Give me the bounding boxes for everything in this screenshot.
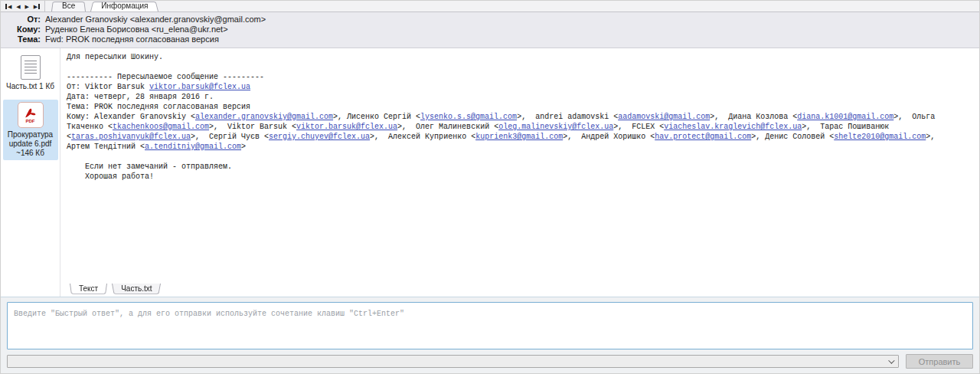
- viewer-tab-text-label: Текст: [79, 284, 98, 293]
- reply-options-dropdown[interactable]: [7, 355, 899, 368]
- attachment-txt-label: Часть.txt 1 Кб: [5, 82, 57, 91]
- message-line: Тема: PROK последняя согласованая версия: [67, 102, 975, 112]
- subject-value: Fwd: PROK последняя согласованая версия: [45, 34, 219, 44]
- message-line: Дата: четверг, 28 января 2016 г.: [67, 92, 975, 102]
- message-text: >: [241, 143, 246, 151]
- email-link[interactable]: a.tenditniy@gmail.com: [145, 143, 241, 151]
- email-link[interactable]: diana.k1001@gmail.com: [797, 113, 893, 121]
- message-text: Кому: Alexander Granovskiy <: [67, 113, 195, 121]
- bar-glyph: [5, 4, 7, 9]
- message-text: >, Ольга: [893, 113, 935, 121]
- reply-footer-row: Отправить: [7, 349, 973, 369]
- email-link[interactable]: taras.poshivanyuk@fclex.ua: [71, 133, 191, 141]
- message-line: От: Viktor Barsuk viktor.barsuk@fclex.ua: [67, 82, 975, 92]
- email-link[interactable]: lysenko.s.s@gmail.com: [420, 113, 517, 121]
- message-line: Ткаченко <tkachenkoos@gmail.com>, Viktor…: [67, 122, 975, 132]
- message-line: [67, 62, 975, 72]
- email-link[interactable]: viktor.barsuk@fclex.ua: [149, 83, 250, 91]
- message-line: Для пересылки Шокину.: [67, 52, 975, 62]
- message-text: >, Лисенко Сергій <: [333, 113, 420, 121]
- last-message-icon[interactable]: ▶: [34, 4, 40, 9]
- to-value: Руденко Елена Борисовна <ru_elena@ukr.ne…: [45, 25, 228, 34]
- viewer-tabstrip: Текст Часть.txt: [60, 284, 979, 297]
- previous-message-icon[interactable]: ◀: [16, 4, 20, 9]
- email-link[interactable]: aadamovski@gmail.com: [618, 113, 710, 121]
- message-header-block: От: Alexander Granovskiy <alexander.gran…: [1, 12, 979, 48]
- email-link[interactable]: hav.protect@gmail.com: [655, 133, 751, 141]
- tab-information-label: Информация: [101, 2, 148, 10]
- email-link[interactable]: kuprienk3@gmail.com: [475, 133, 563, 141]
- message-line: Кому: Alexander Granovskiy <alexander.gr…: [67, 112, 975, 122]
- attachment-pane: Часть.txt 1 Кб PDF Прокуратура update 6.…: [1, 48, 60, 297]
- bar-glyph: [38, 4, 40, 9]
- header-row-from: От: Alexander Granovskiy <alexander.gran…: [1, 15, 979, 25]
- message-text: Дата: четверг, 28 января 2016 г.: [67, 93, 214, 101]
- message-line: Хорошая работа!: [67, 172, 975, 182]
- message-body: Для пересылки Шокину.---------- Пересыла…: [60, 48, 979, 284]
- first-message-icon[interactable]: ◀: [5, 4, 11, 9]
- pdf-icon-text: PDF: [26, 119, 35, 123]
- message-text: Ткаченко <: [67, 123, 113, 131]
- message-line: [67, 152, 975, 162]
- message-text: Артем Тендітний <: [67, 143, 145, 151]
- send-button[interactable]: Отправить: [906, 354, 973, 369]
- tab-all-label: Все: [62, 2, 75, 10]
- email-link[interactable]: tkachenkoos@gmail.com: [113, 123, 209, 131]
- pdf-swirl-glyph: [24, 107, 38, 119]
- message-text: >, Диана Козлова <: [710, 113, 797, 121]
- message-text: >, andrei adamovski <: [517, 113, 618, 121]
- email-link[interactable]: viktor.barsuk@fclex.ua: [296, 123, 397, 131]
- viewer-tab-part-txt-label: Часть.txt: [121, 284, 152, 293]
- chevron-down-icon: [888, 357, 894, 363]
- message-text: >, Тарас Пошиванюк: [802, 123, 889, 131]
- attachment-txt[interactable]: Часть.txt 1 Кб: [3, 53, 58, 94]
- message-nav-group: ◀ ◀ ▶ ▶: [1, 1, 45, 11]
- message-pane: Для пересылки Шокину.---------- Пересыла…: [60, 48, 979, 297]
- message-text: Хорошая работа!: [67, 172, 154, 181]
- attachment-pdf[interactable]: PDF Прокуратура update 6.pdf ~146 Кб: [3, 100, 58, 160]
- message-line: Артем Тендітний <a.tenditniy@gmail.com>: [67, 142, 975, 152]
- email-link[interactable]: viacheslav.kraglevich@fclex.ua: [664, 123, 802, 131]
- viewer-tab-part-txt[interactable]: Часть.txt: [112, 284, 161, 295]
- message-text: >,: [926, 133, 935, 141]
- from-label: От:: [1, 15, 45, 25]
- attachment-pdf-label: Прокуратура update 6.pdf ~146 Кб: [5, 130, 57, 158]
- quick-reply-input[interactable]: [7, 302, 973, 349]
- message-text: >, Сергій Чуєв <: [191, 133, 269, 141]
- message-text: >, Олег Малиневский <: [397, 123, 498, 131]
- message-text: >, Андрей Хоришко <: [563, 133, 655, 141]
- message-text: >, Viktor Barsuk <: [209, 123, 296, 131]
- top-toolbar: ◀ ◀ ▶ ▶ Все Информация: [1, 1, 979, 12]
- message-text: >, FCLEX <: [613, 123, 664, 131]
- view-tabstrip: Все Информация: [45, 1, 163, 11]
- pdf-file-icon: PDF: [18, 102, 44, 128]
- tab-information[interactable]: Информация: [90, 1, 158, 11]
- email-link[interactable]: oleg.malinevskiy@fclex.ua: [498, 123, 613, 131]
- message-text: Для пересылки Шокину.: [67, 53, 163, 61]
- message-line: <taras.poshivanyuk@fclex.ua>, Сергій Чує…: [67, 132, 975, 142]
- email-link[interactable]: sergiy.chuyev@fclex.ua: [269, 133, 370, 141]
- tab-all[interactable]: Все: [51, 1, 86, 11]
- quick-reply-panel: Отправить: [1, 297, 979, 373]
- message-text: >, Денис Соловей <: [751, 133, 834, 141]
- next-message-icon[interactable]: ▶: [24, 4, 28, 9]
- to-label: Кому:: [1, 25, 45, 34]
- header-row-to: Кому: Руденко Елена Борисовна <ru_elena@…: [1, 25, 979, 34]
- message-text: >, Алексей Куприенко <: [370, 133, 475, 141]
- from-value: Alexander Granovskiy <alexander.granovsk…: [45, 15, 266, 25]
- message-line: Если нет замечаний - отправляем.: [67, 162, 975, 172]
- message-text: Если нет замечаний - отправляем.: [67, 162, 232, 171]
- email-link[interactable]: shelte2010@gmail.com: [834, 133, 926, 141]
- header-row-subject: Тема: Fwd: PROK последняя согласованая в…: [1, 34, 979, 44]
- email-link[interactable]: alexander.granovskiy@gmail.com: [195, 113, 333, 121]
- message-line: ---------- Пересылаемое сообщение ------…: [67, 72, 975, 82]
- main-area: Часть.txt 1 Кб PDF Прокуратура update 6.…: [1, 48, 979, 297]
- viewer-tab-text[interactable]: Текст: [70, 284, 107, 295]
- subject-label: Тема:: [1, 34, 45, 44]
- text-file-icon: [21, 55, 41, 80]
- message-text: Тема: PROK последняя согласованая версия: [67, 103, 250, 111]
- mail-viewer-window: ◀ ◀ ▶ ▶ Все Информация От: Alexander Gra…: [0, 0, 980, 374]
- message-text: От: Viktor Barsuk: [67, 83, 149, 91]
- message-text: ---------- Пересылаемое сообщение ------…: [67, 73, 264, 81]
